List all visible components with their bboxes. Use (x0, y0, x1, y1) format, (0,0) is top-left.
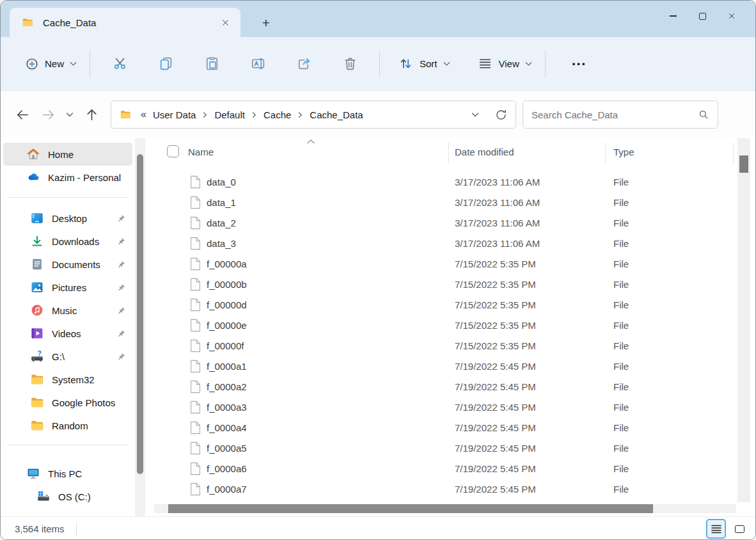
horizontal-scrollbar-thumb[interactable] (168, 504, 653, 513)
file-row-f-0000a2[interactable]: f_0000a2 7/19/2022 5:45 PM File (148, 376, 737, 397)
column-header-row: Name Date modified Type (148, 138, 755, 168)
view-button[interactable]: View (471, 50, 539, 78)
file-row-f-0000a5[interactable]: f_0000a5 7/19/2022 5:45 PM File (148, 438, 737, 458)
breadcrumb-segment[interactable]: User Data (153, 109, 196, 120)
videos-icon (30, 326, 44, 340)
sidebar-item-g[interactable]: ? G:\ (3, 345, 132, 368)
file-row-f-00000e[interactable]: f_00000e 7/15/2022 5:35 PM File (148, 315, 737, 335)
new-button-label: New (45, 58, 64, 69)
file-row-data-2[interactable]: data_2 3/17/2023 11:06 AM File (148, 212, 737, 233)
column-header-type[interactable]: Type (613, 147, 634, 157)
sidebar-item-random[interactable]: Random (3, 414, 132, 437)
file-row-data-1[interactable]: data_1 3/17/2023 11:06 AM File (148, 192, 737, 212)
plus-circle-icon (25, 57, 39, 71)
chevron-right-icon (202, 111, 208, 118)
up-button[interactable] (79, 102, 104, 127)
pin-icon (116, 260, 126, 269)
folder-icon (21, 17, 34, 28)
sort-button[interactable]: Sort (391, 50, 457, 78)
address-dropdown-icon[interactable] (471, 112, 479, 118)
maximize-button[interactable] (688, 4, 717, 28)
tab-close-icon[interactable] (221, 18, 230, 28)
delete-button[interactable] (335, 49, 365, 79)
sidebar-item-documents[interactable]: Documents (3, 253, 132, 276)
minimize-button[interactable] (658, 4, 688, 28)
minimize-icon (670, 15, 677, 17)
sidebar-scrollbar-thumb[interactable] (137, 154, 143, 474)
cut-icon (112, 56, 128, 72)
close-icon (727, 12, 736, 20)
tab-cache-data[interactable]: Cache_Data (10, 8, 240, 37)
file-row-f-0000a1[interactable]: f_0000a1 7/19/2022 5:45 PM File (148, 356, 737, 376)
chevron-down-icon (70, 61, 77, 67)
column-separator[interactable] (605, 142, 606, 164)
sidebar-item-music[interactable]: Music (3, 299, 132, 322)
column-header-name[interactable]: Name (188, 147, 214, 157)
sidebar-item-os-c[interactable]: OS (C:) (3, 485, 132, 508)
sidebar-item-this-pc[interactable]: This PC (3, 462, 132, 485)
file-row-f-00000b[interactable]: f_00000b 7/15/2022 5:35 PM File (148, 274, 737, 294)
file-row-f-0000a7[interactable]: f_0000a7 7/19/2022 5:45 PM File (148, 479, 737, 499)
address-bar[interactable]: « User Data Default Cache (111, 100, 516, 129)
file-row-data-3[interactable]: data_3 3/17/2023 11:06 AM File (148, 233, 737, 253)
file-row-f-0000a3[interactable]: f_0000a3 7/19/2022 5:45 PM File (148, 397, 737, 417)
file-row-f-00000d[interactable]: f_00000d 7/15/2022 5:35 PM File (148, 294, 737, 315)
sidebar-item-new-volume-e[interactable]: New Volume (E:) (3, 508, 132, 516)
file-list: data_0 3/17/2023 11:06 AM File data_1 3/… (148, 171, 737, 499)
sidebar-item-pictures[interactable]: Pictures (3, 276, 132, 299)
music-icon (30, 303, 44, 317)
new-tab-button[interactable]: + (258, 15, 274, 31)
file-row-f-0000a4[interactable]: f_0000a4 7/19/2022 5:45 PM File (148, 417, 737, 438)
file-icon (190, 196, 201, 209)
recent-locations-button[interactable] (61, 102, 79, 127)
tab-label: Cache_Data (43, 17, 221, 28)
paste-button[interactable] (196, 49, 227, 79)
cut-button[interactable] (104, 49, 135, 79)
vertical-scrollbar[interactable] (737, 138, 750, 502)
column-separator[interactable] (733, 142, 734, 164)
back-button[interactable] (10, 102, 35, 127)
column-header-date-modified[interactable]: Date modified (455, 147, 514, 157)
search-box[interactable] (523, 100, 718, 129)
home-icon (26, 147, 40, 161)
large-icons-view-button[interactable] (730, 519, 750, 539)
documents-icon (30, 257, 44, 271)
horizontal-scrollbar[interactable] (154, 504, 736, 513)
vertical-scrollbar-thumb[interactable] (739, 155, 748, 173)
pin-icon (116, 352, 126, 361)
breadcrumb-segment[interactable]: Cache (251, 109, 291, 120)
sidebar-scrollbar[interactable] (135, 138, 145, 516)
search-input[interactable] (532, 109, 698, 120)
file-row-f-0000a6[interactable]: f_0000a6 7/19/2022 5:45 PM File (148, 458, 737, 479)
file-list-pane: Name Date modified Type data_0 3/17/2023… (148, 138, 755, 516)
breadcrumb-segment[interactable]: Cache_Data (297, 109, 363, 120)
see-more-button[interactable]: ••• (566, 59, 594, 68)
new-button[interactable]: New (19, 50, 83, 78)
sidebar-item-videos[interactable]: Videos (3, 322, 132, 345)
file-row-f-00000f[interactable]: f_00000f 7/15/2022 5:35 PM File (148, 335, 737, 356)
details-view-button[interactable] (706, 519, 726, 539)
file-row-f-00000a[interactable]: f_00000a 7/15/2022 5:35 PM File (148, 253, 737, 274)
status-separator (76, 523, 77, 536)
breadcrumb-overflow[interactable]: « (141, 109, 146, 120)
close-button[interactable] (717, 4, 746, 28)
rename-button[interactable] (242, 49, 273, 79)
share-button[interactable] (288, 49, 319, 79)
forward-button[interactable] (35, 102, 61, 127)
column-separator[interactable] (448, 142, 449, 164)
sidebar-item-desktop[interactable]: Desktop (3, 207, 132, 230)
downloads-icon (30, 234, 44, 248)
breadcrumb-segment[interactable]: Default (202, 109, 245, 120)
refresh-icon[interactable] (494, 108, 508, 122)
sidebar-item-kazim-personal[interactable]: Kazim - Personal (3, 166, 132, 189)
file-row-data-0[interactable]: data_0 3/17/2023 11:06 AM File (148, 171, 737, 192)
select-all-checkbox[interactable] (167, 145, 179, 157)
sidebar-item-home[interactable]: Home (3, 143, 132, 166)
sidebar-item-downloads[interactable]: Downloads (3, 230, 132, 253)
command-bar: New Sort View ••• (1, 37, 755, 91)
copy-button[interactable] (150, 49, 181, 79)
sidebar-item-system32[interactable]: System32 (3, 368, 132, 391)
sidebar-item-google-photos[interactable]: Google Photos (3, 391, 132, 414)
rename-icon (250, 56, 266, 72)
sort-ascending-icon (306, 139, 315, 145)
